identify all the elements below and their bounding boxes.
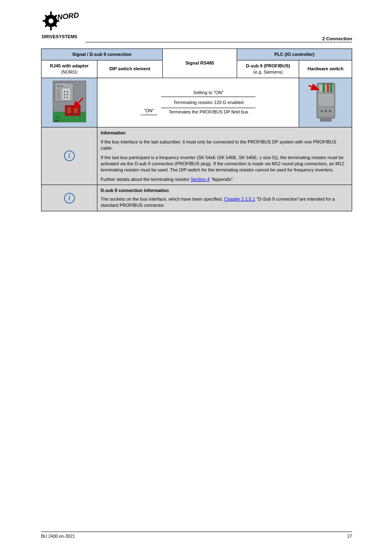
svg-rect-16 — [62, 88, 71, 100]
info-icon-1: i — [42, 127, 97, 185]
section-title: 2 Connection — [322, 36, 352, 41]
svg-point-19 — [64, 94, 65, 95]
svg-point-21 — [64, 97, 65, 98]
svg-line-7 — [45, 25, 47, 27]
link-section-4[interactable]: Section 4 — [191, 177, 210, 182]
svg-point-9 — [48, 18, 53, 23]
svg-point-22 — [67, 97, 68, 98]
svg-text:DRIVESYSTEMS: DRIVESYSTEMS — [42, 34, 77, 39]
svg-line-8 — [55, 15, 57, 17]
svg-text:90: 90 — [55, 119, 58, 123]
th-hw: Hardware switch — [299, 60, 352, 78]
th-signal-rs485: Signal RS485 — [162, 49, 237, 78]
signal-table: Signal / D-sub 9 connection Signal RS485… — [41, 49, 352, 211]
th-signal-d9: Signal / D-sub 9 connection — [42, 49, 163, 60]
th-dip: DIP switch element — [97, 60, 163, 78]
footer-page: 27 — [347, 534, 352, 539]
svg-text:NORD: NORD — [57, 11, 79, 21]
svg-rect-41 — [320, 118, 332, 122]
svg-rect-33 — [323, 83, 325, 92]
svg-line-6 — [55, 25, 57, 27]
svg-point-17 — [64, 91, 65, 92]
th-dsub9-plc: D-sub 9 (PROFIBUS) (e.g. Siemens) — [237, 60, 299, 78]
th-plc: PLC (IO controller) — [237, 49, 352, 60]
svg-point-20 — [67, 94, 68, 95]
link-section-2151[interactable]: Chapter 2.1.5.1 — [224, 197, 255, 201]
note-dsub-info: D-sub 9 connection information The socke… — [97, 185, 352, 211]
image-nord-connector: X6.4 .4 90 — [42, 78, 97, 127]
svg-rect-35 — [330, 83, 332, 92]
svg-rect-15 — [57, 89, 60, 99]
info-icon-2: i — [42, 185, 97, 211]
svg-rect-34 — [327, 83, 329, 92]
svg-point-38 — [321, 110, 323, 112]
note-information: Information If the bus interface is the … — [97, 127, 352, 185]
image-profibus-plug — [299, 78, 352, 127]
svg-text:.4: .4 — [56, 115, 59, 119]
nord-logo: NORD DRIVESYSTEMS — [42, 11, 83, 39]
svg-rect-25 — [67, 107, 71, 113]
svg-rect-36 — [318, 94, 334, 106]
svg-line-5 — [45, 15, 47, 17]
th-rj45-nord: RJ45 with adapter (NORD) — [42, 60, 97, 78]
termination-setting: "ON" Setting to "ON" Terminating resisto… — [97, 78, 299, 127]
svg-text:X6.4: X6.4 — [57, 85, 63, 88]
svg-point-39 — [325, 110, 327, 112]
svg-point-40 — [329, 110, 331, 112]
svg-point-18 — [67, 91, 68, 92]
footer-doc-id: BU 2400 en-3021 — [41, 534, 75, 539]
